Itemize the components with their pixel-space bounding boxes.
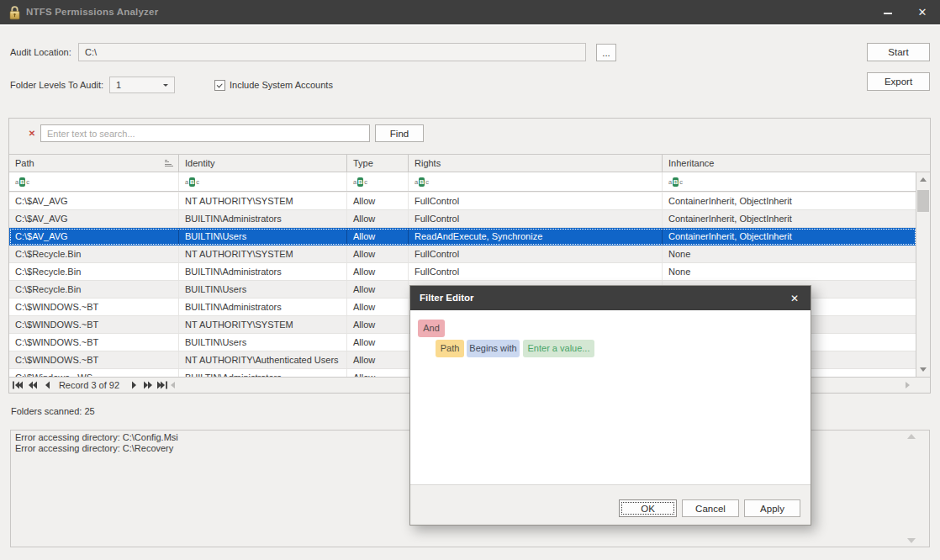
table-row[interactable]: C:\$Recycle.BinBUILTIN\AdministratorsAll…	[9, 263, 916, 281]
cell-path: C:\$WINDOWS.~BT	[9, 316, 179, 333]
start-button[interactable]: Start	[867, 43, 930, 61]
dialog-close-icon: ✕	[790, 293, 799, 304]
column-header-rights[interactable]: Rights	[409, 155, 663, 172]
close-button[interactable]: ✕	[908, 0, 937, 24]
cell-identity: NT AUTHORITY\SYSTEM	[179, 193, 347, 209]
column-header-label: Inheritance	[668, 158, 714, 168]
column-header-label: Identity	[185, 158, 214, 168]
cancel-button-label: Cancel	[695, 504, 726, 514]
cell-rights: FullControl	[409, 210, 663, 227]
first-record-button[interactable]	[13, 381, 23, 391]
cell-path: C:\$WINDOWS.~BT	[9, 334, 179, 351]
filter-condition-field[interactable]: Path	[436, 340, 464, 357]
table-row[interactable]: C:\$AV_AVGNT AUTHORITY\SYSTEMAllowFullCo…	[9, 193, 916, 210]
lock-icon	[8, 4, 21, 22]
column-header-label: Path	[15, 158, 34, 168]
audit-location-label: Audit Location:	[10, 47, 71, 58]
minimize-button[interactable]	[874, 0, 902, 24]
last-record-button[interactable]	[157, 381, 167, 391]
filter-condition-value[interactable]: Enter a value...	[523, 340, 594, 357]
filter-group-operator[interactable]: And	[418, 320, 445, 337]
column-header-label: Rights	[415, 158, 441, 168]
cell-path: C:\$AV_AVG	[9, 193, 179, 209]
folder-levels-combobox[interactable]: 1	[109, 77, 175, 93]
folders-scanned-label: Folders scanned: 25	[11, 406, 95, 417]
arrow-down-icon	[920, 367, 927, 372]
clear-search-icon: ✕	[29, 129, 35, 138]
scrollbar-thumb[interactable]	[917, 190, 929, 212]
apply-button[interactable]: Apply	[744, 499, 800, 517]
clear-search-button[interactable]: ✕	[23, 124, 41, 142]
cell-type: Allow	[347, 334, 409, 351]
table-row[interactable]: C:\$Recycle.BinNT AUTHORITY\SYSTEMAllowF…	[9, 246, 916, 263]
browse-button-label: ...	[602, 48, 610, 58]
filter-condition-operator[interactable]: Begins with	[467, 340, 520, 357]
export-button[interactable]: Export	[867, 72, 930, 91]
filter-cell-identity[interactable]: aBc	[179, 172, 347, 191]
abc-filter-icon: aBc	[415, 177, 429, 187]
include-system-accounts-label: Include System Accounts	[230, 80, 333, 91]
browse-button[interactable]: ...	[596, 44, 616, 61]
find-button-label: Find	[390, 129, 409, 139]
cell-inheritance: None	[663, 263, 916, 280]
cell-type: Allow	[347, 281, 409, 298]
next-record-button[interactable]	[132, 381, 136, 391]
cancel-button[interactable]: Cancel	[682, 499, 739, 517]
dialog-title-bar: Filter Editor ✕	[410, 286, 811, 310]
title-bar: NTFS Permissions Analyzer ✕	[0, 0, 940, 24]
column-header-identity[interactable]: Identity	[179, 155, 347, 172]
log-scroll-up-icon[interactable]	[907, 434, 916, 439]
cell-type: Allow	[347, 193, 409, 209]
cell-path: C:\$WINDOWS.~BT	[9, 351, 179, 368]
filter-cell-inheritance[interactable]: aBc	[663, 172, 916, 191]
cell-type: Allow	[347, 298, 409, 315]
cell-identity: NT AUTHORITY\SYSTEM	[179, 246, 347, 262]
cell-identity: BUILTIN\Administrators	[179, 210, 347, 227]
filter-editor-dialog: Filter Editor ✕ And Path Begins with Ent…	[409, 285, 811, 526]
filter-cell-rights[interactable]: aBc	[409, 172, 663, 191]
cell-rights: FullControl	[409, 193, 663, 209]
titlebar-bottom-strip	[0, 24, 940, 26]
export-button-label: Export	[885, 77, 912, 87]
close-icon: ✕	[918, 6, 927, 18]
previous-page-button[interactable]	[29, 381, 37, 391]
column-header-inheritance[interactable]: Inheritance	[663, 155, 916, 172]
cell-path: C:\$Windows.~WS	[9, 369, 179, 377]
dialog-close-button[interactable]: ✕	[784, 286, 805, 310]
cell-type: Allow	[347, 210, 409, 227]
next-page-button[interactable]	[144, 381, 152, 391]
scroll-up-button[interactable]	[916, 172, 930, 187]
table-row[interactable]: C:\$AV_AVGBUILTIN\UsersAllowReadAndExecu…	[9, 228, 916, 246]
hscroll-left-button[interactable]	[171, 382, 175, 388]
search-input[interactable]	[40, 124, 370, 142]
ok-button[interactable]: OK	[619, 499, 677, 517]
sort-ascending-icon	[165, 160, 173, 168]
include-system-accounts-checkbox[interactable]	[214, 80, 225, 91]
folder-levels-label: Folder Levels To Audit:	[10, 80, 103, 91]
record-position-label: Record 3 of 92	[43, 378, 135, 393]
find-button[interactable]: Find	[375, 124, 424, 142]
cell-identity: BUILTIN\Users	[179, 281, 347, 298]
abc-filter-icon: aBc	[185, 177, 199, 187]
cell-inheritance: ContainerInherit, ObjectInherit	[663, 210, 916, 227]
filter-cell-path[interactable]: aBc	[9, 172, 179, 191]
scroll-down-button[interactable]	[916, 362, 930, 377]
apply-button-label: Apply	[760, 504, 784, 514]
dialog-title: Filter Editor	[420, 286, 474, 310]
cell-inheritance: ContainerInherit, ObjectInherit	[663, 228, 916, 245]
column-header-label: Type	[353, 158, 373, 168]
minimize-icon	[884, 13, 892, 14]
cell-identity: BUILTIN\Administrators	[179, 369, 347, 377]
start-button-label: Start	[888, 47, 908, 57]
cell-type: Allow	[347, 228, 409, 245]
cell-type: Allow	[347, 369, 409, 377]
audit-location-input[interactable]: C:\	[78, 43, 586, 61]
column-header-type[interactable]: Type	[347, 155, 409, 172]
grid-vertical-scrollbar[interactable]	[916, 172, 930, 377]
column-header-path[interactable]: Path	[9, 155, 179, 172]
log-scroll-down-icon[interactable]	[907, 538, 916, 543]
hscroll-right-button[interactable]	[906, 382, 910, 388]
table-row[interactable]: C:\$AV_AVGBUILTIN\AdministratorsAllowFul…	[9, 210, 916, 228]
folder-levels-value: 1	[116, 80, 121, 90]
filter-cell-type[interactable]: aBc	[347, 172, 409, 191]
